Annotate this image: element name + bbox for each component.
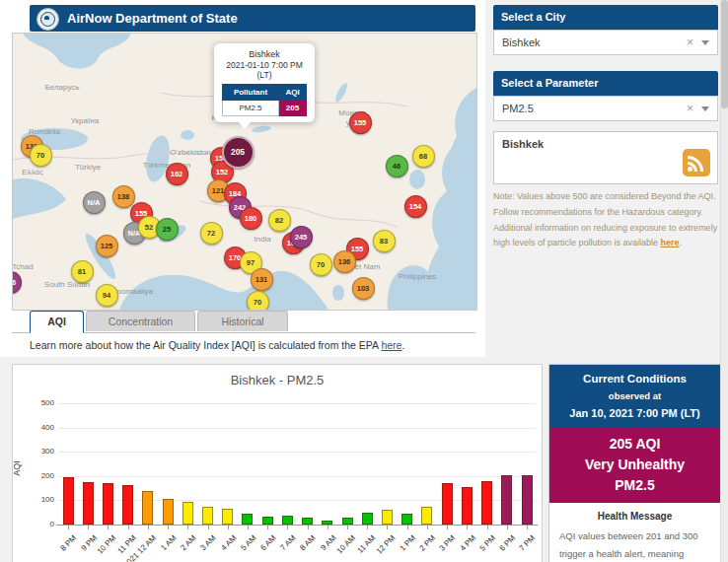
x-tick-label: 6 AM	[258, 533, 277, 552]
aqi-bar[interactable]	[302, 518, 313, 525]
aqi-bar[interactable]	[522, 475, 533, 525]
x-tick-mark	[328, 526, 328, 529]
health-message-title: Health Message	[559, 511, 710, 522]
x-tick-mark	[367, 526, 368, 529]
aqi-bar[interactable]	[462, 487, 473, 525]
aqi-map-marker[interactable]: 70	[30, 144, 52, 167]
popup-pollutant-value: PM2.5	[223, 101, 279, 116]
x-tick-label: 5 AM	[239, 533, 257, 552]
aqi-bar[interactable]	[202, 507, 213, 525]
x-tick-label: 10 PM	[96, 533, 118, 556]
aqi-map-marker-selected[interactable]: 205	[222, 136, 255, 169]
chevron-down-icon[interactable]	[701, 106, 709, 111]
observed-datetime: Jan 10, 2021 7:00 PM (LT)	[553, 407, 716, 419]
city-select[interactable]: Bishkek ×	[493, 30, 718, 55]
x-tick-label: 6 PM	[498, 533, 518, 553]
aqi-bar[interactable]	[122, 485, 133, 525]
aqi-bar[interactable]	[382, 510, 393, 525]
aqi-bar[interactable]	[282, 516, 293, 525]
select-parameter-header: Select a Parameter	[493, 71, 718, 96]
clear-city-icon[interactable]: ×	[687, 31, 693, 54]
aqi-bar[interactable]	[442, 483, 453, 525]
observed-at-label: observed at	[553, 390, 716, 401]
app-title: AirNow Department of State	[67, 5, 238, 32]
popup-datetime: 2021-01-10 7:00 PM	[218, 60, 311, 70]
aqi-bar[interactable]	[322, 521, 332, 525]
x-tick-label: 2 AM	[179, 533, 197, 552]
popup-aqi-table: Pollutant AQI PM2.5 205	[222, 84, 307, 116]
y-tick-label: 100	[27, 495, 54, 504]
aqi-bar[interactable]	[163, 499, 174, 525]
aqi-map-marker[interactable]: 138	[112, 185, 135, 208]
aqi-map-marker[interactable]: 25	[156, 218, 179, 241]
aqi-map-marker[interactable]: 70	[247, 291, 269, 312]
tab-aqi[interactable]: AQI	[30, 311, 84, 333]
parameter-select-value: PM2.5	[502, 103, 534, 114]
clear-parameter-icon[interactable]: ×	[687, 97, 693, 120]
x-tick-mark	[487, 526, 488, 529]
x-tick-mark	[267, 526, 268, 529]
aqi-bar[interactable]	[142, 491, 153, 525]
aqi-map-marker[interactable]: 155	[349, 111, 372, 134]
aqi-map-marker[interactable]: 68	[412, 145, 435, 168]
aqi-map-marker[interactable]: 46	[386, 155, 408, 177]
aqi-bar[interactable]	[103, 483, 113, 525]
aqi-map-marker[interactable]: 245	[290, 226, 313, 248]
x-tick-label: 5 PM	[477, 533, 497, 553]
x-tick-label: 7 AM	[279, 533, 298, 552]
aqi-bar[interactable]	[63, 477, 74, 525]
aqi-bar[interactable]	[242, 514, 253, 525]
aqi-bar[interactable]	[421, 507, 432, 525]
aqi-bar[interactable]	[83, 482, 94, 525]
aqi-bar[interactable]	[222, 509, 233, 525]
x-tick-label: 11 AM	[356, 533, 378, 555]
rss-icon[interactable]	[683, 149, 710, 176]
current-conditions-header: Current Conditions observed at Jan 10, 2…	[549, 365, 720, 428]
aqi-map-marker[interactable]: 103	[352, 277, 375, 300]
aqi-map-marker[interactable]: 82	[268, 209, 291, 232]
particle-pollution-link[interactable]: here	[661, 238, 680, 247]
tab-concentration[interactable]: Concentration	[86, 311, 195, 331]
x-tick-label: 8 AM	[299, 533, 318, 552]
aqi-map-marker[interactable]: 72	[200, 222, 223, 245]
beyond-aqi-note: Note: Values above 500 are considered Be…	[493, 189, 722, 251]
x-tick-label: 8 PM	[59, 533, 79, 553]
y-tick-label: 500	[27, 398, 54, 407]
aqi-map-marker[interactable]: 83	[373, 230, 396, 252]
aqi-map-marker[interactable]: 136	[333, 250, 356, 273]
tab-bar: AQI Concentration Historical	[12, 310, 475, 333]
chevron-down-icon[interactable]	[701, 40, 709, 45]
aqi-map-marker[interactable]: 180	[240, 207, 262, 230]
y-tick-label: 300	[27, 447, 54, 456]
aqi-bar[interactable]	[362, 513, 373, 525]
scrollbar-thumb[interactable]	[721, 0, 728, 108]
aqi-map[interactable]: БеларусьУкраїнаКазакстанRomâniaΕλλάςTürk…	[12, 33, 477, 311]
aqi-map-marker[interactable]: 162	[166, 163, 188, 185]
aqi-map-marker[interactable]: 70	[310, 253, 332, 276]
aqi-bar[interactable]	[401, 514, 412, 525]
tab-historical[interactable]: Historical	[197, 311, 288, 331]
aqi-map-marker[interactable]: 154	[404, 195, 427, 218]
vertical-scrollbar[interactable]	[720, 0, 728, 562]
parameter-select[interactable]: PM2.5 ×	[493, 96, 718, 121]
gridline	[58, 428, 536, 429]
x-tick-mark	[507, 526, 508, 529]
aqi-bar[interactable]	[481, 481, 492, 525]
popup-col-pollutant: Pollutant	[223, 85, 279, 101]
aqi-bar[interactable]	[262, 517, 273, 525]
aqi-map-marker[interactable]: 94	[96, 284, 118, 307]
x-tick-label: 10 AM	[335, 533, 357, 555]
rss-feed-box: Bishkek	[493, 131, 718, 184]
aqi-map-marker[interactable]: N/A	[83, 191, 106, 214]
x-tick-mark	[248, 526, 249, 529]
aqi-bar[interactable]	[501, 475, 512, 525]
aqi-map-marker[interactable]: 125	[96, 235, 118, 257]
aqi-map-marker[interactable]: 81	[71, 260, 94, 283]
aqi-bar[interactable]	[182, 502, 193, 525]
x-tick-label: 12 PM	[375, 533, 398, 556]
aqi-bar[interactable]	[342, 518, 353, 525]
epa-learn-more-link[interactable]: here	[381, 339, 401, 351]
aqi-map-marker[interactable]: 131	[251, 268, 273, 291]
x-tick-label: 4 PM	[458, 533, 477, 553]
popup-city: Bishkek	[218, 49, 311, 59]
